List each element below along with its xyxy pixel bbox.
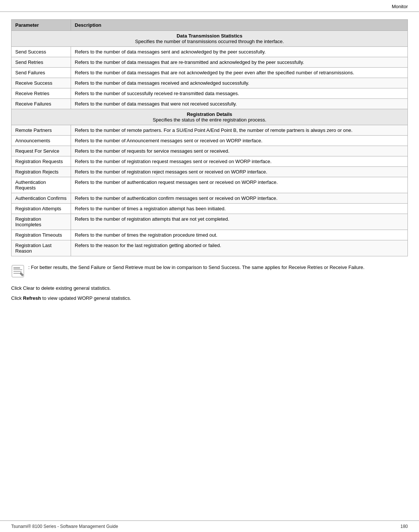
desc-cell: Refers to the number of registration req… — [71, 156, 408, 167]
desc-cell: Refers to the number of Announcement mes… — [71, 136, 408, 146]
param-cell: Receive Retries — [12, 88, 71, 99]
desc-cell: Refers to the reason for the last regist… — [71, 240, 408, 256]
param-cell: Receive Failures — [12, 99, 71, 109]
section-header-cell: Data Transmission StatisticsSpecifies th… — [12, 31, 408, 47]
svg-rect-3 — [13, 271, 22, 272]
instruction-line1: Click Clear to delete existing general s… — [11, 284, 408, 292]
param-cell: Registration Attempts — [12, 204, 71, 214]
desc-cell: Refers to the number of authentication c… — [71, 193, 408, 204]
table-row: Send RetriesRefers to the number of data… — [12, 57, 408, 68]
parameter-table: Parameter Description Data Transmission … — [11, 19, 408, 256]
desc-cell: Refers to the number of data messages th… — [71, 68, 408, 78]
page-header: Monitor — [0, 0, 419, 12]
footer-right: 180 — [400, 524, 408, 529]
param-cell: Remote Partners — [12, 125, 71, 136]
param-cell: Receive Success — [12, 78, 71, 88]
instruction-line2-bold: Refresh — [23, 295, 41, 301]
table-row: Registration IncompletesRefers to the nu… — [12, 214, 408, 230]
table-row: Receive RetriesRefers to the number of s… — [12, 88, 408, 99]
desc-cell: Refers to the number of registration rej… — [71, 167, 408, 177]
table-row: AnnouncementsRefers to the number of Ann… — [12, 136, 408, 146]
svg-rect-1 — [13, 267, 20, 269]
instruction-line2: Click Refresh to view updated WORP gener… — [11, 294, 408, 302]
table-row: Receive FailuresRefers to the number of … — [12, 99, 408, 109]
note-text: : For better results, the Send Failure o… — [28, 264, 364, 271]
desc-cell: Refers to the number of times a registra… — [71, 204, 408, 214]
desc-cell: Refers to the number of requests for ser… — [71, 146, 408, 156]
note-box: : For better results, the Send Failure o… — [11, 264, 408, 278]
param-cell: Send Retries — [12, 57, 71, 68]
param-cell: Authentication Requests — [12, 177, 71, 193]
param-cell: Request For Service — [12, 146, 71, 156]
table-row: Registration TimeoutsRefers to the numbe… — [12, 230, 408, 240]
footer-left: Tsunami® 8100 Series - Software Manageme… — [11, 524, 118, 529]
desc-cell: Refers to the number of data messages se… — [71, 47, 408, 57]
param-cell: Send Success — [12, 47, 71, 57]
instruction-line2-suffix: to view updated WORP general statistics. — [41, 295, 131, 301]
desc-cell: Refers to the number of successfully rec… — [71, 88, 408, 99]
table-row: Registration AttemptsRefers to the numbe… — [12, 204, 408, 214]
param-cell: Registration Requests — [12, 156, 71, 167]
page-content: Parameter Description Data Transmission … — [0, 12, 419, 312]
instruction-line2-prefix: Click — [11, 295, 23, 301]
note-icon — [11, 265, 25, 278]
param-cell: Registration Incompletes — [12, 214, 71, 230]
table-row: Registration RequestsRefers to the numbe… — [12, 156, 408, 167]
table-row: Send SuccessRefers to the number of data… — [12, 47, 408, 57]
instructions: Click Clear to delete existing general s… — [11, 284, 408, 303]
svg-rect-2 — [13, 269, 22, 270]
table-row: Registration Last ReasonRefers to the re… — [12, 240, 408, 256]
section-header-cell: Registration DetailsSpecifies the status… — [12, 109, 408, 125]
desc-cell: Refers to the number of authentication r… — [71, 177, 408, 193]
table-row: Receive SuccessRefers to the number of d… — [12, 78, 408, 88]
table-row: Authentication RequestsRefers to the num… — [12, 177, 408, 193]
header-title: Monitor — [392, 4, 408, 9]
table-row: Authentication ConfirmsRefers to the num… — [12, 193, 408, 204]
col-header-description: Description — [71, 20, 408, 31]
desc-cell: Refers to the number of registration att… — [71, 214, 408, 230]
param-cell: Authentication Confirms — [12, 193, 71, 204]
param-cell: Registration Last Reason — [12, 240, 71, 256]
desc-cell: Refers to the number of data messages re… — [71, 78, 408, 88]
param-cell: Registration Timeouts — [12, 230, 71, 240]
page-footer: Tsunami® 8100 Series - Software Manageme… — [0, 520, 419, 532]
param-cell: Registration Rejects — [12, 167, 71, 177]
table-row: Send FailuresRefers to the number of dat… — [12, 68, 408, 78]
desc-cell: Refers to the number of data messages th… — [71, 57, 408, 68]
table-row: Remote PartnersRefers to the number of r… — [12, 125, 408, 136]
param-cell: Announcements — [12, 136, 71, 146]
desc-cell: Refers to the number of times the regist… — [71, 230, 408, 240]
desc-cell: Refers to the number of data messages th… — [71, 99, 408, 109]
param-cell: Send Failures — [12, 68, 71, 78]
col-header-parameter: Parameter — [12, 20, 71, 31]
table-row: Request For ServiceRefers to the number … — [12, 146, 408, 156]
table-row: Registration RejectsRefers to the number… — [12, 167, 408, 177]
desc-cell: Refers to the number of remote partners.… — [71, 125, 408, 136]
